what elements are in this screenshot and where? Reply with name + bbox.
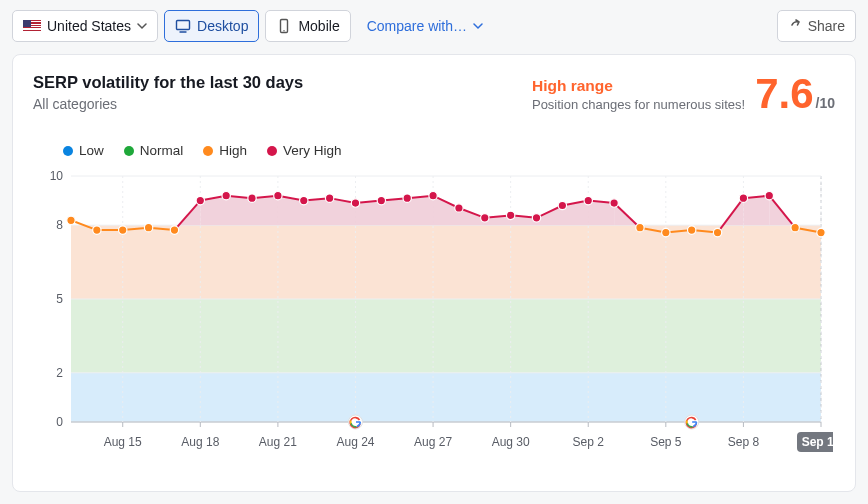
share-icon — [788, 19, 802, 33]
svg-text:5: 5 — [56, 292, 63, 306]
chart-point[interactable] — [67, 216, 75, 224]
google-update-icon — [685, 415, 699, 429]
legend-dot — [203, 146, 213, 156]
chart-point[interactable] — [817, 228, 825, 236]
svg-text:Sep 11: Sep 11 — [802, 435, 833, 449]
svg-rect-4 — [71, 299, 821, 373]
legend-label: High — [219, 143, 247, 158]
svg-text:Aug 30: Aug 30 — [492, 435, 530, 449]
chart-point[interactable] — [377, 196, 385, 204]
legend-label: Low — [79, 143, 104, 158]
svg-text:0: 0 — [56, 415, 63, 429]
share-label: Share — [808, 18, 845, 34]
chart-point[interactable] — [170, 226, 178, 234]
chart-point[interactable] — [636, 223, 644, 231]
country-selector[interactable]: United States — [12, 10, 158, 42]
card-subtitle: All categories — [33, 96, 303, 112]
chart-point[interactable] — [248, 194, 256, 202]
legend-item[interactable]: Very High — [267, 143, 342, 158]
chart-point[interactable] — [532, 214, 540, 222]
chart-point[interactable] — [481, 214, 489, 222]
svg-rect-0 — [177, 21, 190, 30]
share-button[interactable]: Share — [777, 10, 856, 42]
chart-point[interactable] — [429, 191, 437, 199]
toolbar: United States Desktop Mobile Compare wit… — [12, 10, 856, 42]
chart-point[interactable] — [403, 194, 411, 202]
legend-item[interactable]: Low — [63, 143, 104, 158]
legend-label: Normal — [140, 143, 184, 158]
chart-legend: LowNormalHighVery High — [63, 143, 835, 158]
svg-text:Sep 5: Sep 5 — [650, 435, 682, 449]
country-label: United States — [47, 18, 131, 34]
chart-point[interactable] — [300, 196, 308, 204]
svg-text:Aug 27: Aug 27 — [414, 435, 452, 449]
chart-point[interactable] — [687, 226, 695, 234]
chevron-down-icon — [473, 21, 483, 31]
chart-point[interactable] — [506, 211, 514, 219]
range-label: High range — [532, 77, 745, 95]
desktop-icon — [175, 18, 191, 34]
chart-point[interactable] — [119, 226, 127, 234]
compare-with-link[interactable]: Compare with… — [367, 18, 483, 34]
svg-text:10: 10 — [50, 169, 64, 183]
svg-text:Sep 2: Sep 2 — [573, 435, 605, 449]
svg-text:Aug 24: Aug 24 — [336, 435, 374, 449]
chart-point[interactable] — [610, 199, 618, 207]
svg-point-2 — [284, 30, 285, 31]
chart-point[interactable] — [662, 228, 670, 236]
chart-point[interactable] — [196, 196, 204, 204]
chart-point[interactable] — [455, 204, 463, 212]
svg-text:Aug 15: Aug 15 — [104, 435, 142, 449]
svg-text:2: 2 — [56, 366, 63, 380]
chart-point[interactable] — [713, 228, 721, 236]
range-subtext: Position changes for numerous sites! — [532, 97, 745, 112]
svg-text:8: 8 — [56, 218, 63, 232]
chart-point[interactable] — [274, 191, 282, 199]
svg-text:Sep 8: Sep 8 — [728, 435, 760, 449]
chevron-down-icon — [137, 21, 147, 31]
device-tab-desktop[interactable]: Desktop — [164, 10, 259, 42]
compare-label: Compare with… — [367, 18, 467, 34]
range-block: High range Position changes for numerous… — [532, 73, 835, 115]
svg-text:Aug 21: Aug 21 — [259, 435, 297, 449]
chart-point[interactable] — [222, 191, 230, 199]
legend-label: Very High — [283, 143, 342, 158]
flag-us-icon — [23, 20, 41, 32]
device-tab-mobile-label: Mobile — [298, 18, 339, 34]
chart-point[interactable] — [144, 223, 152, 231]
card-header: SERP volatility for the last 30 days All… — [33, 73, 835, 115]
svg-rect-5 — [71, 225, 821, 299]
device-tab-mobile[interactable]: Mobile — [265, 10, 350, 42]
chart-point[interactable] — [93, 226, 101, 234]
device-tab-desktop-label: Desktop — [197, 18, 248, 34]
volatility-score: 7.6 — [755, 70, 813, 117]
legend-item[interactable]: Normal — [124, 143, 184, 158]
legend-item[interactable]: High — [203, 143, 247, 158]
card-title: SERP volatility for the last 30 days — [33, 73, 303, 92]
volatility-card: SERP volatility for the last 30 days All… — [12, 54, 856, 492]
google-update-icon — [348, 415, 362, 429]
volatility-score-denom: /10 — [816, 95, 835, 111]
legend-dot — [267, 146, 277, 156]
chart-point[interactable] — [791, 223, 799, 231]
chart-point[interactable] — [325, 194, 333, 202]
mobile-icon — [276, 18, 292, 34]
chart-point[interactable] — [558, 201, 566, 209]
legend-dot — [124, 146, 134, 156]
legend-dot — [63, 146, 73, 156]
chart-point[interactable] — [765, 191, 773, 199]
svg-text:Aug 18: Aug 18 — [181, 435, 219, 449]
chart-point[interactable] — [739, 194, 747, 202]
svg-rect-3 — [71, 373, 821, 422]
app-root: United States Desktop Mobile Compare wit… — [0, 0, 868, 504]
chart[interactable]: 025810Aug 15Aug 18Aug 21Aug 24Aug 27Aug … — [33, 164, 835, 471]
chart-point[interactable] — [584, 196, 592, 204]
chart-point[interactable] — [351, 199, 359, 207]
chart-svg: 025810Aug 15Aug 18Aug 21Aug 24Aug 27Aug … — [33, 164, 833, 464]
